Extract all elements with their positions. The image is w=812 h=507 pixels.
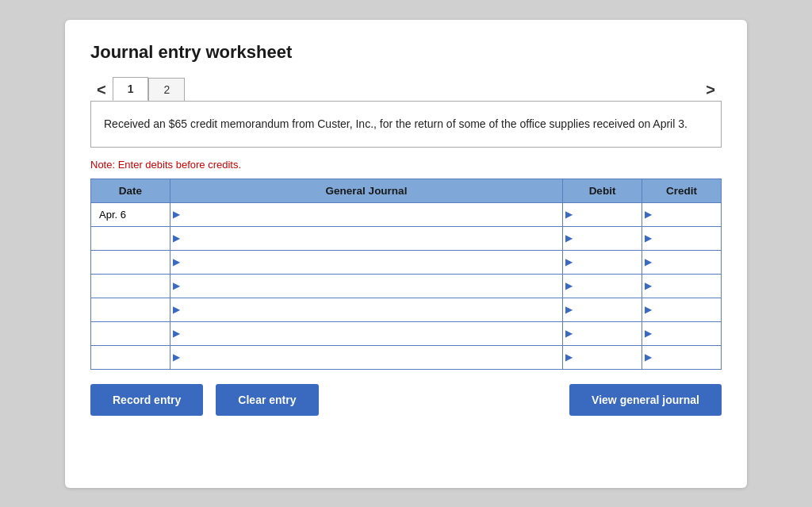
next-tab-button[interactable]: > <box>699 79 722 101</box>
credit-arrow-icon-4: ▶ <box>645 304 652 315</box>
date-cell-6[interactable] <box>91 345 170 369</box>
gj-arrow-icon-0: ▶ <box>173 209 180 220</box>
view-general-journal-button[interactable]: View general journal <box>569 384 722 416</box>
debit-arrow-icon-2: ▶ <box>565 256 573 267</box>
gj-arrow-icon-2: ▶ <box>173 256 180 267</box>
record-entry-button[interactable]: Record entry <box>90 384 203 416</box>
credit-cell-1[interactable]: ▶ <box>642 226 722 250</box>
tabs-row: < 1 2 > <box>90 77 722 101</box>
buttons-row: Record entry Clear entry View general jo… <box>90 384 722 416</box>
gj-cell-4[interactable]: ▶ <box>170 298 563 321</box>
gj-arrow-icon-5: ▶ <box>173 328 180 339</box>
credit-arrow-icon-2: ▶ <box>645 256 652 267</box>
note-text: Note: Enter debits before credits. <box>90 159 722 171</box>
table-row: ▶▶▶ <box>91 298 722 321</box>
gj-arrow-icon-3: ▶ <box>173 280 180 291</box>
debit-arrow-icon-6: ▶ <box>565 351 573 363</box>
debit-arrow-icon-5: ▶ <box>565 328 573 339</box>
debit-cell-3[interactable]: ▶ <box>563 274 642 298</box>
debit-cell-6[interactable]: ▶ <box>563 345 642 369</box>
credit-cell-2[interactable]: ▶ <box>642 250 722 274</box>
col-header-debit: Debit <box>563 179 642 202</box>
clear-entry-button[interactable]: Clear entry <box>216 384 318 416</box>
gj-arrow-icon-4: ▶ <box>173 304 180 315</box>
credit-arrow-icon-1: ▶ <box>645 232 652 244</box>
gj-cell-1[interactable]: ▶ <box>170 226 563 250</box>
date-cell-4[interactable] <box>91 298 170 321</box>
gj-cell-0[interactable]: ▶ <box>170 202 563 226</box>
debit-arrow-icon-4: ▶ <box>565 304 573 315</box>
gj-arrow-icon-6: ▶ <box>173 351 180 363</box>
col-header-gj: General Journal <box>170 179 563 202</box>
debit-cell-4[interactable]: ▶ <box>563 298 642 321</box>
page-title: Journal entry worksheet <box>90 42 722 63</box>
gj-arrow-icon-1: ▶ <box>173 232 180 244</box>
gj-cell-5[interactable]: ▶ <box>170 321 563 345</box>
debit-cell-0[interactable]: ▶ <box>563 202 642 226</box>
gj-cell-2[interactable]: ▶ <box>170 250 563 274</box>
debit-cell-5[interactable]: ▶ <box>563 321 642 345</box>
debit-arrow-icon-3: ▶ <box>565 280 573 291</box>
description-text: Received an $65 credit memorandum from C… <box>104 116 708 133</box>
tab-1[interactable]: 1 <box>113 77 149 101</box>
date-cell-0[interactable]: Apr. 6 <box>91 202 170 226</box>
debit-arrow-icon-1: ▶ <box>565 232 573 244</box>
date-cell-5[interactable] <box>91 321 170 345</box>
table-header-row: Date General Journal Debit Credit <box>91 179 722 202</box>
gj-cell-3[interactable]: ▶ <box>170 274 563 298</box>
debit-arrow-icon-0: ▶ <box>565 209 573 220</box>
table-row: ▶▶▶ <box>91 226 722 250</box>
table-row: ▶▶▶ <box>91 321 722 345</box>
credit-arrow-icon-3: ▶ <box>645 280 652 291</box>
table-row: ▶▶▶ <box>91 274 722 298</box>
tab-content: Received an $65 credit memorandum from C… <box>90 101 722 148</box>
date-cell-2[interactable] <box>91 250 170 274</box>
credit-cell-3[interactable]: ▶ <box>642 274 722 298</box>
credit-arrow-icon-5: ▶ <box>645 328 652 339</box>
credit-cell-4[interactable]: ▶ <box>642 298 722 321</box>
journal-table: Date General Journal Debit Credit Apr. 6… <box>90 179 722 370</box>
table-row: ▶▶▶ <box>91 345 722 369</box>
credit-arrow-icon-0: ▶ <box>645 209 652 220</box>
table-row: Apr. 6▶▶▶ <box>91 202 722 226</box>
debit-cell-1[interactable]: ▶ <box>563 226 642 250</box>
gj-cell-6[interactable]: ▶ <box>170 345 563 369</box>
col-header-credit: Credit <box>642 179 722 202</box>
table-row: ▶▶▶ <box>91 250 722 274</box>
main-container: Journal entry worksheet < 1 2 > Received… <box>65 20 747 488</box>
tab-2[interactable]: 2 <box>148 78 185 101</box>
debit-cell-2[interactable]: ▶ <box>563 250 642 274</box>
credit-cell-5[interactable]: ▶ <box>642 321 722 345</box>
date-cell-1[interactable] <box>91 226 170 250</box>
col-header-date: Date <box>91 179 170 202</box>
prev-tab-button[interactable]: < <box>90 79 113 101</box>
credit-arrow-icon-6: ▶ <box>645 351 652 363</box>
credit-cell-0[interactable]: ▶ <box>642 202 722 226</box>
credit-cell-6[interactable]: ▶ <box>642 345 722 369</box>
date-cell-3[interactable] <box>91 274 170 298</box>
